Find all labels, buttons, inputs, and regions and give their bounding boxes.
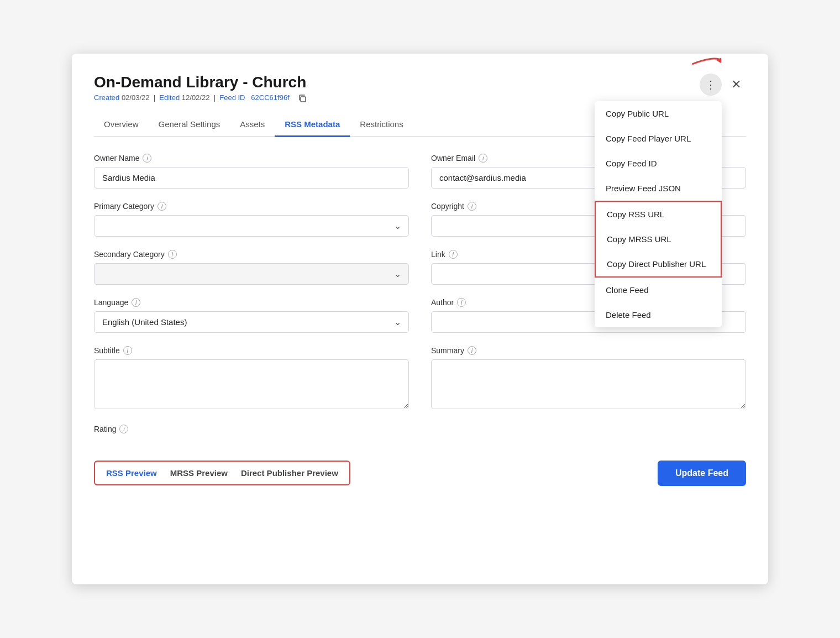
rss-preview-tab[interactable]: RSS Preview [106, 468, 157, 478]
menu-item-clone-feed[interactable]: Clone Feed [595, 278, 722, 302]
mrss-preview-tab[interactable]: MRSS Preview [170, 468, 228, 478]
tab-general-settings[interactable]: General Settings [149, 113, 230, 137]
subtitle-group: Subtitle i [94, 346, 409, 411]
svg-marker-1 [716, 56, 723, 63]
direct-publisher-preview-tab[interactable]: Direct Publisher Preview [241, 468, 338, 478]
close-icon: ✕ [731, 77, 741, 92]
menu-item-copy-mrss-url[interactable]: Copy MRSS URL [596, 227, 721, 252]
owner-email-info-icon: i [479, 154, 487, 163]
language-select-wrapper: English (United States) ⌄ [94, 311, 409, 333]
secondary-category-group: Secondary Category i ⌄ [94, 250, 409, 285]
language-select[interactable]: English (United States) [94, 311, 409, 333]
copyright-info-icon: i [468, 202, 476, 211]
owner-name-info-icon: i [143, 154, 151, 163]
menu-item-copy-public-url[interactable]: Copy Public URL [595, 101, 722, 126]
menu-item-preview-feed-json[interactable]: Preview Feed JSON [595, 176, 722, 201]
secondary-category-label: Secondary Category i [94, 250, 409, 259]
secondary-category-info-icon: i [168, 250, 177, 259]
owner-name-label: Owner Name i [94, 154, 409, 163]
header-actions: ⋮ ✕ Copy Public URL Copy Feed Player URL… [700, 74, 746, 96]
tab-restrictions[interactable]: Restrictions [350, 113, 413, 137]
edited-label: Edited [159, 93, 180, 102]
secondary-category-select-wrapper: ⌄ [94, 263, 409, 285]
subtitle-info-icon: i [123, 346, 132, 355]
rating-group: Rating i [94, 425, 409, 433]
summary-info-icon: i [468, 346, 476, 355]
form-left-column: Owner Name i Primary Category i ⌄ [94, 154, 409, 447]
created-date: 02/03/22 [122, 93, 150, 102]
primary-category-group: Primary Category i ⌄ [94, 202, 409, 237]
modal-title: On-Demand Library - Church [94, 74, 307, 91]
preview-tabs: RSS Preview MRSS Preview Direct Publishe… [94, 461, 350, 485]
primary-category-select[interactable] [94, 215, 409, 237]
menu-item-copy-direct-publisher-url[interactable]: Copy Direct Publisher URL [596, 252, 721, 276]
rating-label: Rating i [94, 425, 409, 433]
menu-item-copy-feed-player-url[interactable]: Copy Feed Player URL [595, 126, 722, 151]
language-label: Language i [94, 298, 409, 307]
summary-label: Summary i [431, 346, 746, 355]
dropdown-group-urls: Copy RSS URL Copy MRSS URL Copy Direct P… [595, 201, 722, 278]
primary-category-label: Primary Category i [94, 202, 409, 211]
rating-info-icon: i [119, 425, 128, 433]
tab-assets[interactable]: Assets [230, 113, 275, 137]
author-info-icon: i [457, 298, 466, 307]
feed-id-label: Feed ID [219, 93, 245, 102]
tab-overview[interactable]: Overview [94, 113, 149, 137]
created-label: Created [94, 93, 119, 102]
modal-footer: RSS Preview MRSS Preview Direct Publishe… [94, 460, 746, 486]
link-info-icon: i [449, 250, 458, 259]
primary-category-info-icon: i [158, 202, 166, 211]
update-feed-button[interactable]: Update Feed [658, 461, 746, 486]
menu-item-copy-feed-id[interactable]: Copy Feed ID [595, 151, 722, 176]
modal-header: On-Demand Library - Church Created 02/03… [94, 74, 746, 103]
dropdown-menu: Copy Public URL Copy Feed Player URL Cop… [595, 101, 722, 327]
close-button[interactable]: ✕ [726, 75, 746, 95]
arrow-indicator [684, 44, 726, 83]
subtitle-label: Subtitle i [94, 346, 409, 355]
summary-input[interactable] [431, 359, 746, 409]
language-group: Language i English (United States) ⌄ [94, 298, 409, 333]
primary-category-select-wrapper: ⌄ [94, 215, 409, 237]
tab-rss-metadata[interactable]: RSS Metadata [275, 113, 350, 137]
svg-rect-0 [301, 97, 306, 102]
summary-group: Summary i [431, 346, 746, 411]
edited-date: 12/02/22 [182, 93, 210, 102]
owner-name-input[interactable] [94, 167, 409, 189]
subtitle-input[interactable] [94, 359, 409, 409]
owner-name-group: Owner Name i [94, 154, 409, 189]
menu-item-copy-rss-url[interactable]: Copy RSS URL [596, 202, 721, 227]
language-info-icon: i [132, 298, 140, 307]
feed-id-value: 62CC61f96f [251, 93, 289, 102]
copy-feed-id-icon[interactable] [298, 94, 307, 103]
modal-title-section: On-Demand Library - Church Created 02/03… [94, 74, 307, 103]
main-modal: On-Demand Library - Church Created 02/03… [72, 54, 768, 584]
secondary-category-select[interactable] [94, 263, 409, 285]
menu-item-delete-feed[interactable]: Delete Feed [595, 302, 722, 327]
modal-meta: Created 02/03/22 | Edited 12/02/22 | Fee… [94, 93, 307, 103]
